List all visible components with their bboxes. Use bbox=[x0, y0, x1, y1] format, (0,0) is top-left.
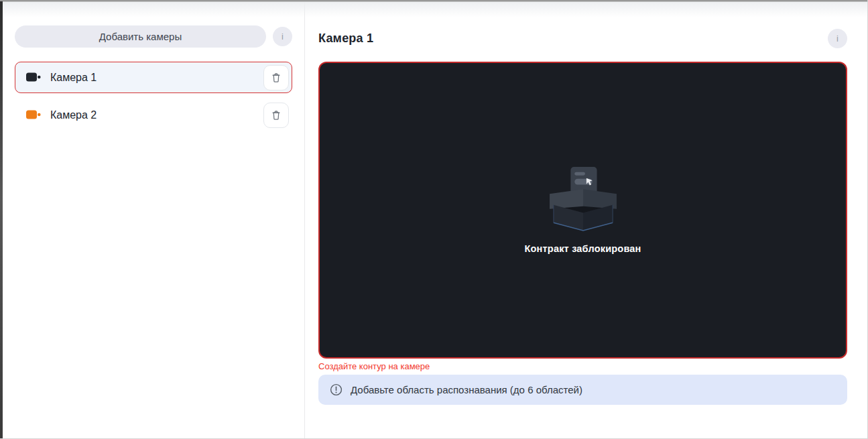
preview-placeholder: Контракт заблокирован bbox=[524, 167, 641, 254]
camera-detail-panel: Камера 1 i bbox=[305, 1, 867, 438]
camera-label: Камера 2 bbox=[50, 109, 263, 121]
trash-icon bbox=[270, 109, 282, 121]
empty-box-illustration bbox=[547, 167, 619, 233]
camera-sidebar: Добавить камеры i Камера 1 bbox=[3, 1, 305, 438]
add-cameras-button[interactable]: Добавить камеры bbox=[15, 25, 266, 48]
banner-text: Добавьте область распознавания (до 6 обл… bbox=[351, 384, 582, 395]
info-banner: Добавьте область распознавания (до 6 обл… bbox=[318, 375, 847, 405]
main-header: Камера 1 i bbox=[318, 28, 847, 49]
camera-list-item-2[interactable]: Камера 2 bbox=[15, 99, 292, 131]
page-title: Камера 1 bbox=[318, 32, 373, 46]
camera-list-item-1[interactable]: Камера 1 bbox=[15, 62, 292, 93]
window-left-edge bbox=[0, 1, 3, 438]
video-status-text: Контракт заблокирован bbox=[524, 243, 641, 254]
camera-label: Камера 1 bbox=[50, 72, 263, 84]
delete-camera-button[interactable] bbox=[263, 65, 289, 90]
main-info-icon[interactable]: i bbox=[828, 29, 847, 48]
app-window: Добавить камеры i Камера 1 bbox=[0, 0, 868, 439]
app-content: Добавить камеры i Камера 1 bbox=[3, 1, 867, 438]
trash-icon bbox=[270, 72, 282, 84]
camera-preview-canvas[interactable]: Контракт заблокирован bbox=[318, 62, 847, 359]
delete-camera-button[interactable] bbox=[263, 103, 289, 128]
video-camera-icon bbox=[26, 110, 42, 120]
sidebar-toolbar: Добавить камеры i bbox=[15, 25, 292, 48]
alert-circle-icon bbox=[329, 383, 343, 397]
validation-error-text: Создайте контур на камере bbox=[318, 361, 847, 371]
video-camera-icon bbox=[26, 72, 42, 82]
sidebar-info-icon[interactable]: i bbox=[273, 27, 292, 46]
camera-list: Камера 1 bbox=[15, 62, 292, 131]
